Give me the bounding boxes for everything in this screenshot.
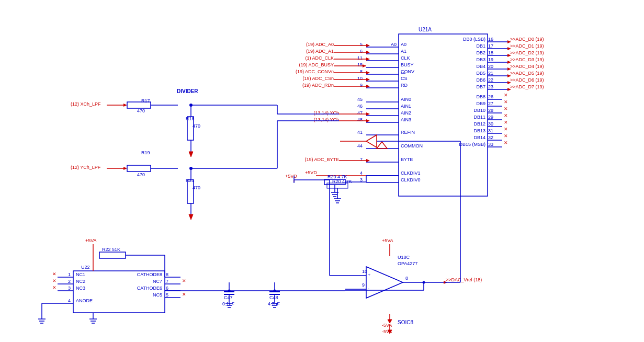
- svg-text:NC2: NC2: [76, 279, 85, 284]
- svg-text:✕: ✕: [504, 133, 508, 139]
- svg-text:8: 8: [166, 272, 168, 277]
- svg-rect-220: [73, 271, 165, 313]
- svg-text:R22 51K: R22 51K: [102, 247, 120, 252]
- svg-text:DB9: DB9: [476, 101, 485, 106]
- svg-text:✕: ✕: [504, 99, 508, 105]
- svg-point-303: [423, 281, 425, 284]
- svg-text:26: 26: [488, 94, 493, 99]
- svg-text:✕: ✕: [504, 120, 508, 125]
- svg-text:DB5: DB5: [476, 71, 485, 76]
- svg-text:>>ADC_D3 (19): >>ADC_D3 (19): [510, 57, 544, 62]
- svg-text:DB10: DB10: [473, 108, 485, 113]
- svg-text:(12) YCh_LPF: (12) YCh_LPF: [71, 165, 101, 170]
- svg-text:31: 31: [488, 128, 493, 133]
- svg-text:(19) ADC_CONVn: (19) ADC_CONVn: [296, 69, 334, 74]
- svg-rect-254: [99, 252, 126, 258]
- svg-text:CLKDIV1: CLKDIV1: [401, 170, 421, 176]
- svg-marker-25: [363, 64, 366, 67]
- svg-text:5: 5: [360, 42, 363, 47]
- svg-text:23: 23: [488, 84, 493, 89]
- svg-text:9: 9: [362, 282, 365, 288]
- svg-marker-165: [123, 104, 127, 107]
- svg-text:✕: ✕: [52, 271, 57, 277]
- svg-rect-179: [127, 165, 151, 172]
- svg-text:8: 8: [360, 69, 363, 74]
- svg-text:+: +: [368, 272, 370, 278]
- svg-text:DB3: DB3: [476, 57, 485, 62]
- svg-text:+5VD: +5VD: [305, 170, 317, 175]
- svg-text:C47: C47: [224, 295, 233, 300]
- svg-text:>>ADC_D7 (19): >>ADC_D7 (19): [510, 84, 544, 89]
- svg-point-283: [274, 290, 276, 292]
- svg-text:RD: RD: [401, 83, 408, 88]
- svg-marker-44: [366, 85, 370, 88]
- svg-text:1: 1: [68, 272, 71, 277]
- svg-text:10: 10: [362, 269, 367, 274]
- svg-marker-19: [366, 58, 370, 61]
- svg-text:DB1: DB1: [476, 43, 485, 49]
- svg-text:3: 3: [68, 286, 71, 291]
- svg-text:(13,14) XCh: (13,14) XCh: [313, 110, 339, 116]
- svg-text:>>ADC_D5 (19): >>ADC_D5 (19): [510, 71, 544, 76]
- svg-text:DB12: DB12: [473, 121, 485, 127]
- svg-text:✕: ✕: [52, 285, 57, 290]
- svg-text:(19) ADC_BUSY: (19) ADC_BUSY: [299, 62, 334, 67]
- svg-text:NC5: NC5: [153, 292, 162, 298]
- svg-text:A0: A0: [401, 42, 406, 47]
- svg-marker-203: [366, 267, 403, 298]
- svg-text:✕: ✕: [52, 278, 57, 283]
- svg-text:AIN0: AIN0: [401, 97, 411, 102]
- svg-text:✕: ✕: [504, 106, 508, 111]
- svg-marker-178: [123, 167, 127, 170]
- svg-marker-174: [189, 152, 193, 157]
- svg-text:DB11: DB11: [473, 115, 485, 120]
- svg-text:+5VD: +5VD: [285, 174, 297, 179]
- svg-text:>>ADC_D2 (19): >>ADC_D2 (19): [510, 50, 544, 55]
- svg-text:CATHODE8: CATHODE8: [137, 272, 162, 277]
- svg-text:6: 6: [360, 49, 363, 54]
- svg-text:DB15 (MSB): DB15 (MSB): [459, 142, 485, 147]
- svg-marker-196: [366, 135, 377, 147]
- svg-text:(19) ADC_RDn: (19) ADC_RDn: [302, 83, 334, 88]
- svg-text:U18C: U18C: [398, 255, 410, 260]
- svg-text:9: 9: [360, 83, 363, 88]
- schematic-canvas: U21A A0 A0 5 (19) ADC_A0 A1 6 (19) ADC_A…: [0, 0, 644, 342]
- svg-text:✕: ✕: [504, 140, 508, 145]
- svg-text:15: 15: [357, 62, 363, 67]
- svg-text:NC3: NC3: [76, 286, 85, 291]
- svg-text:4: 4: [68, 298, 71, 303]
- svg-point-194: [189, 104, 193, 107]
- svg-text:(1) ADC_CLK: (1) ADC_CLK: [305, 55, 334, 61]
- svg-text:NC7: NC7: [153, 279, 162, 284]
- svg-text:CATHODE6: CATHODE6: [137, 286, 162, 291]
- svg-text:CLK: CLK: [401, 55, 410, 61]
- svg-text:✕: ✕: [504, 113, 508, 118]
- svg-text:+5VA: +5VA: [382, 238, 393, 243]
- svg-rect-191: [187, 180, 194, 203]
- svg-text:7: 7: [166, 279, 168, 284]
- svg-marker-7: [366, 44, 370, 47]
- svg-text:C48: C48: [269, 295, 278, 300]
- svg-text:DB8: DB8: [476, 94, 485, 99]
- svg-text:32: 32: [488, 135, 493, 140]
- svg-text:(12) XCh_LPF: (12) XCh_LPF: [71, 101, 101, 107]
- svg-text:>>ADC_D0 (19): >>ADC_D0 (19): [510, 37, 544, 42]
- svg-text:✕: ✕: [504, 127, 508, 132]
- svg-marker-62: [366, 119, 370, 122]
- svg-text:BYTE: BYTE: [401, 157, 413, 162]
- svg-text:DB2: DB2: [476, 50, 485, 55]
- svg-text:DB4: DB4: [476, 64, 485, 69]
- svg-text:28: 28: [488, 108, 493, 113]
- svg-text:(13,14) YCh: (13,14) YCh: [314, 117, 339, 122]
- svg-text:10: 10: [357, 76, 363, 81]
- svg-text:29: 29: [488, 115, 493, 120]
- svg-text:R19: R19: [141, 150, 150, 155]
- svg-text:44: 44: [357, 143, 363, 149]
- svg-text:6: 6: [166, 286, 168, 291]
- svg-text:+5VA: +5VA: [85, 238, 97, 243]
- svg-text:16: 16: [488, 37, 493, 42]
- svg-text:(19) ADC_BYTE: (19) ADC_BYTE: [304, 157, 339, 162]
- svg-text:30: 30: [488, 121, 493, 127]
- svg-text:5: 5: [166, 292, 168, 298]
- svg-text:46: 46: [357, 104, 363, 109]
